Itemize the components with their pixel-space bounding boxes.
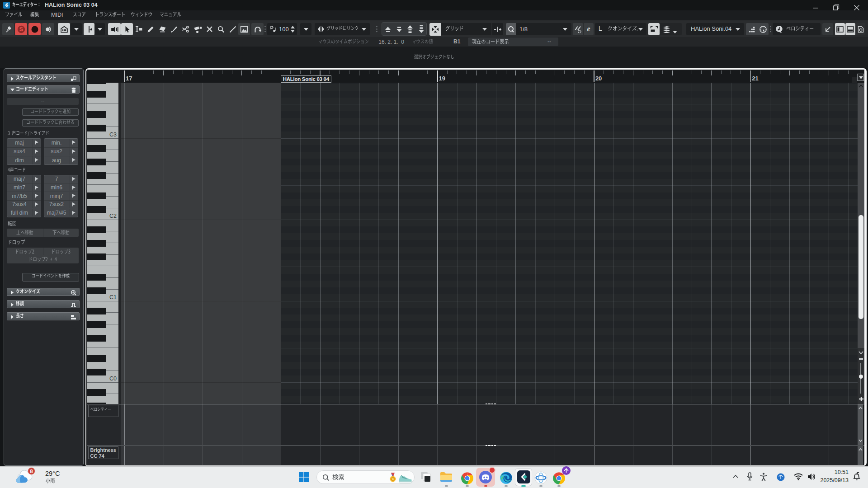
svg-text:S: S xyxy=(19,26,23,33)
